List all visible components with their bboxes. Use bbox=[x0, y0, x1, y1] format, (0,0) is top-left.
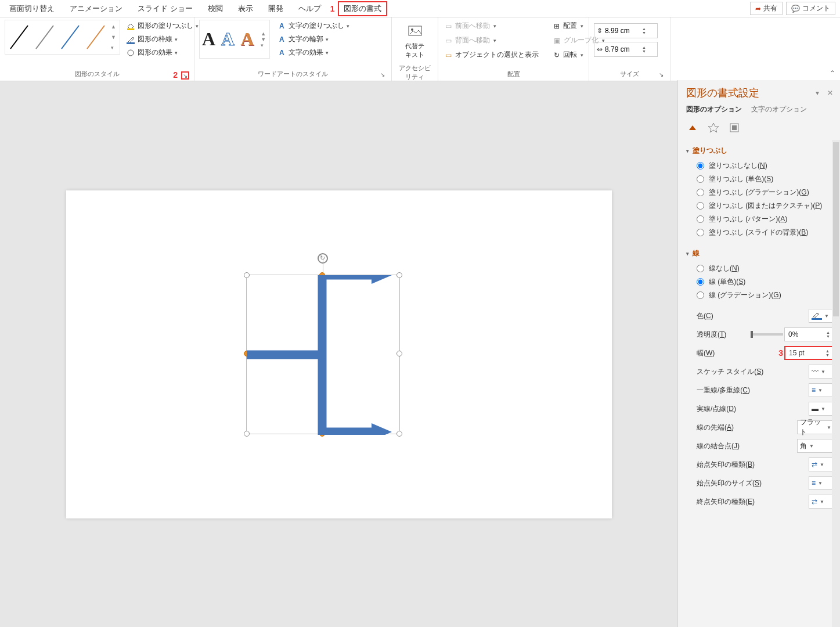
send-backward-button[interactable]: ▭ 背面へ移動 bbox=[443, 34, 541, 46]
gallery-more-icon[interactable]: ▾ bbox=[111, 45, 116, 51]
wa-down-icon[interactable]: ▼ bbox=[261, 37, 266, 42]
shape-effects-label: 図形の効果 bbox=[138, 48, 172, 57]
compound-line-picker[interactable]: ≡▼ bbox=[809, 383, 834, 397]
sketch-style-row: スケッチ スタイル(S) 〰▼ bbox=[686, 362, 834, 381]
connector-arrow-shape[interactable] bbox=[247, 275, 401, 435]
fill-slidebg-radio[interactable]: 塗りつぶし (スライドの背景)(B) bbox=[686, 226, 834, 239]
spin-down-icon[interactable]: ▼ bbox=[642, 49, 646, 53]
effects-tab-icon[interactable] bbox=[707, 121, 720, 134]
fill-picture-radio[interactable]: 塗りつぶし (図またはテクスチャ)(P) bbox=[686, 199, 834, 212]
spin-up-icon[interactable]: ▲ bbox=[642, 45, 646, 49]
section-fill[interactable]: ▾塗りつぶし bbox=[686, 142, 834, 159]
pane-close-icon[interactable]: ✕ bbox=[827, 89, 833, 97]
height-input[interactable]: ⇕ ▲▼ bbox=[594, 23, 658, 38]
wordart-gallery[interactable]: A A A ▲ ▼ ▾ bbox=[199, 20, 270, 59]
wordart-style-2[interactable]: A bbox=[221, 28, 235, 50]
wa-up-icon[interactable]: ▲ bbox=[261, 31, 266, 37]
svg-line-0 bbox=[10, 26, 28, 49]
shape-outline-button[interactable]: 図形の枠線 bbox=[124, 33, 201, 45]
height-field[interactable] bbox=[605, 27, 640, 35]
wordart-style-1[interactable]: A bbox=[202, 28, 215, 50]
group-icon: ▣ bbox=[554, 37, 560, 45]
selection-pane-icon: ▭ bbox=[445, 51, 452, 59]
begin-arrow-type-row: 始点矢印の種類(B) ⇄▼ bbox=[686, 455, 834, 474]
join-type-picker[interactable]: 角▼ bbox=[797, 439, 834, 453]
line-gradient-radio[interactable]: 線 (グラデーション)(G) bbox=[686, 289, 834, 302]
line-style-orange[interactable] bbox=[84, 23, 107, 52]
tab-shape-format[interactable]: 図形の書式 bbox=[338, 1, 387, 16]
shape-effects-button[interactable]: 図形の効果 bbox=[124, 46, 201, 59]
line-style-gray[interactable] bbox=[33, 23, 56, 52]
gallery-down-icon[interactable]: ▼ bbox=[111, 34, 116, 40]
fill-line-tab-icon[interactable] bbox=[686, 121, 699, 134]
pane-tab-text-options[interactable]: 文字のオプション bbox=[751, 105, 807, 114]
width-input[interactable]: ⇔ ▲▼ bbox=[594, 42, 658, 57]
tab-help[interactable]: ヘルプ bbox=[293, 1, 327, 16]
dash-type-picker[interactable]: ▬▼ bbox=[809, 402, 834, 416]
text-fill-button[interactable]: A 文字の塗りつぶし bbox=[275, 20, 352, 32]
begin-arrow-size-picker[interactable]: ≡▼ bbox=[809, 476, 834, 490]
pane-scrollbar[interactable] bbox=[832, 140, 840, 627]
section-line[interactable]: ▾線 bbox=[686, 245, 834, 262]
size-launcher[interactable]: ↘ bbox=[657, 71, 665, 80]
line-width-input[interactable]: 15 pt ▲▼ bbox=[784, 346, 834, 360]
wordart-launcher[interactable]: ↘ bbox=[378, 71, 387, 80]
share-button[interactable]: ➦ 共有 bbox=[750, 2, 783, 15]
send-backward-icon: ▭ bbox=[445, 37, 452, 45]
tab-review[interactable]: 校閲 bbox=[202, 1, 229, 16]
bring-forward-button[interactable]: ▭ 前面へ移動 bbox=[443, 20, 541, 32]
gallery-up-icon[interactable]: ▲ bbox=[111, 24, 116, 30]
selection-box[interactable]: ↻ bbox=[246, 275, 400, 434]
line-style-black[interactable] bbox=[8, 23, 31, 52]
compound-line-row: 一重線/多重線(C) ≡▼ bbox=[686, 381, 834, 399]
line-color-picker[interactable]: ▼ bbox=[809, 309, 834, 323]
bring-forward-label: 前面へ移動 bbox=[455, 21, 490, 31]
wordart-style-3[interactable]: A bbox=[240, 28, 254, 50]
wa-more-icon[interactable]: ▾ bbox=[261, 42, 266, 48]
line-transparency-row: 透明度(T) 0% ▲▼ bbox=[686, 325, 834, 344]
pane-menu-icon[interactable]: ▾ bbox=[816, 89, 819, 97]
slide-area[interactable]: ↻ bbox=[0, 81, 677, 627]
svg-line-3 bbox=[87, 26, 104, 49]
svg-marker-11 bbox=[708, 123, 719, 132]
text-outline-button[interactable]: A 文字の輪郭 bbox=[275, 33, 352, 45]
comment-button[interactable]: 💬 コメント bbox=[786, 2, 835, 15]
tab-slideshow[interactable]: スライド ショー bbox=[132, 1, 199, 16]
sketch-style-picker[interactable]: 〰▼ bbox=[809, 365, 834, 379]
pane-scrollbar-thumb[interactable] bbox=[833, 142, 839, 316]
begin-arrow-size-row: 始点矢印のサイズ(S) ≡▼ bbox=[686, 474, 834, 492]
tab-view[interactable]: 表示 bbox=[232, 1, 259, 16]
begin-arrow-type-picker[interactable]: ⇄▼ bbox=[809, 457, 834, 471]
collapse-ribbon-icon[interactable]: ⌃ bbox=[830, 69, 835, 77]
cap-type-picker[interactable]: フラット▼ bbox=[797, 420, 834, 434]
line-solid-radio[interactable]: 線 (単色)(S) bbox=[686, 275, 834, 289]
tab-developer[interactable]: 開発 bbox=[262, 1, 289, 16]
shape-styles-launcher[interactable]: ↘ bbox=[181, 71, 189, 80]
selection-pane-button[interactable]: ▭ オブジェクトの選択と表示 bbox=[443, 49, 541, 61]
pane-tab-shape-options[interactable]: 図形のオプション bbox=[686, 105, 742, 114]
line-none-radio[interactable]: 線なし(N) bbox=[686, 262, 834, 275]
spin-down-icon[interactable]: ▼ bbox=[642, 31, 646, 35]
comment-label: コメント bbox=[802, 3, 830, 13]
spin-up-icon[interactable]: ▲ bbox=[642, 27, 646, 31]
width-field[interactable] bbox=[605, 45, 640, 53]
slide-canvas[interactable]: ↻ bbox=[66, 190, 612, 518]
end-arrow-type-picker[interactable]: ⇄▼ bbox=[809, 495, 834, 509]
shape-fill-button[interactable]: 図形の塗りつぶし bbox=[124, 20, 201, 32]
fill-none-radio[interactable]: 塗りつぶしなし(N) bbox=[686, 159, 834, 172]
fill-pattern-radio[interactable]: 塗りつぶし (パターン)(A) bbox=[686, 212, 834, 226]
line-style-blue[interactable] bbox=[59, 23, 82, 52]
comment-icon: 💬 bbox=[791, 5, 800, 13]
shape-style-gallery[interactable]: ▲ ▼ ▾ bbox=[5, 20, 120, 55]
tab-transition[interactable]: 画面切り替え bbox=[3, 1, 60, 16]
transparency-input[interactable]: 0% ▲▼ bbox=[784, 327, 834, 341]
group-arrange: ▭ 前面へ移動 ▭ 背面へ移動 ▭ オブジェクトの選択と表示 ⊞ 配置 bbox=[438, 17, 589, 81]
size-tab-icon[interactable] bbox=[728, 121, 741, 134]
transparency-slider[interactable] bbox=[751, 333, 783, 336]
alt-text-button[interactable]: 代替テキスト bbox=[396, 20, 433, 63]
fill-solid-radio[interactable]: 塗りつぶし (単色)(S) bbox=[686, 172, 834, 186]
fill-gradient-radio[interactable]: 塗りつぶし (グラデーション)(G) bbox=[686, 186, 834, 199]
svg-rect-4 bbox=[127, 28, 134, 30]
text-effects-button[interactable]: A 文字の効果 bbox=[275, 46, 352, 59]
tab-animation[interactable]: アニメーション bbox=[64, 1, 128, 16]
